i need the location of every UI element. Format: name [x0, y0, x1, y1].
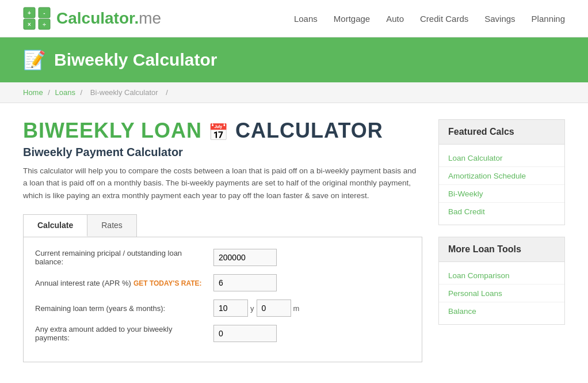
heading-part1: BIWEEKLY LOAN — [23, 119, 202, 142]
subheading: Biweekly Payment Calculator — [23, 146, 422, 159]
form-row-term: Remaining loan term (years & months): y … — [35, 299, 410, 317]
banner: 📝 Biweekly Calculator — [0, 37, 588, 82]
right-sidebar: Featured Calcs Loan Calculator Amortizat… — [438, 119, 565, 362]
breadcrumb-home[interactable]: Home — [23, 88, 43, 97]
link-bad-credit[interactable]: Bad Credit — [448, 207, 485, 216]
svg-text:+: + — [28, 10, 31, 16]
form-area: Current remaining pricipal / outstanding… — [23, 237, 422, 362]
breadcrumb-current: Bi-weekly Calculator — [90, 88, 158, 97]
more-tools-header: More Loan Tools — [439, 237, 564, 262]
nav-savings[interactable]: Savings — [484, 14, 515, 24]
more-tools-list: Loan Comparison Personal Loans Balance — [439, 262, 564, 324]
sidebar-more-tools: More Loan Tools Loan Comparison Personal… — [438, 237, 565, 325]
svg-text:×: × — [28, 21, 31, 28]
link-loan-comparison[interactable]: Loan Comparison — [448, 271, 510, 280]
link-biweekly[interactable]: Bi-Weekly — [448, 189, 483, 198]
list-item: Loan Comparison — [439, 267, 564, 285]
featured-calcs-header: Featured Calcs — [439, 120, 564, 145]
breadcrumb-sep1: / — [48, 88, 50, 97]
breadcrumb-sep2: / — [81, 88, 83, 97]
form-row-balance: Current remaining pricipal / outstanding… — [35, 249, 410, 266]
breadcrumb-loans[interactable]: Loans — [55, 88, 75, 97]
banner-title: Biweekly Calculator — [54, 50, 217, 70]
main-nav: Loans Mortgage Auto Credit Cards Savings… — [294, 14, 565, 24]
description: This calculator will help you to compare… — [23, 165, 422, 202]
term-input-group: y m — [213, 299, 299, 317]
page-heading: BIWEEKLY LOAN 📅 CALCULATOR — [23, 119, 422, 142]
list-item: Personal Loans — [439, 285, 564, 302]
nav-loans[interactable]: Loans — [294, 14, 318, 24]
breadcrumb-sep3: / — [166, 88, 168, 97]
form-row-interest: Annual interest rate (APR %)GET TODAY'S … — [35, 274, 410, 291]
list-item: Amortization Schedule — [439, 167, 564, 185]
main-content: BIWEEKLY LOAN 📅 CALCULATOR Biweekly Paym… — [0, 103, 588, 378]
link-amortization[interactable]: Amortization Schedule — [448, 172, 526, 180]
logo-icon: + - × ÷ — [23, 7, 51, 30]
get-rate-link[interactable]: GET TODAY'S RATE: — [133, 279, 202, 287]
label-interest: Annual interest rate (APR %)GET TODAY'S … — [35, 279, 208, 287]
list-item: Bad Credit — [439, 203, 564, 220]
svg-text:÷: ÷ — [43, 21, 46, 28]
years-unit: y — [250, 304, 254, 313]
label-term: Remaining loan term (years & months): — [35, 304, 208, 313]
months-unit: m — [293, 304, 300, 313]
input-extra[interactable] — [213, 325, 277, 342]
form-row-extra: Any extra amount added to your biweekly … — [35, 325, 410, 342]
link-balance[interactable]: Balance — [448, 307, 476, 316]
tabs: Calculate Rates — [23, 214, 137, 237]
featured-calcs-list: Loan Calculator Amortization Schedule Bi… — [439, 145, 564, 225]
link-personal-loans[interactable]: Personal Loans — [448, 289, 502, 298]
tab-calculate[interactable]: Calculate — [24, 215, 87, 237]
list-item: Balance — [439, 302, 564, 320]
nav-auto[interactable]: Auto — [386, 14, 404, 24]
banner-icon: 📝 — [23, 49, 46, 71]
nav-mortgage[interactable]: Mortgage — [334, 14, 370, 24]
breadcrumb: Home / Loans / Bi-weekly Calculator / — [0, 82, 588, 103]
input-term-months[interactable] — [257, 299, 291, 317]
label-balance: Current remaining pricipal / outstanding… — [35, 249, 208, 266]
tab-rates[interactable]: Rates — [87, 215, 136, 237]
input-balance[interactable] — [213, 249, 277, 266]
nav-credit-cards[interactable]: Credit Cards — [420, 14, 468, 24]
input-term-years[interactable] — [213, 299, 248, 317]
svg-text:-: - — [43, 10, 45, 16]
heading-part2: CALCULATOR — [235, 119, 383, 142]
input-interest[interactable] — [213, 274, 277, 291]
link-loan-calculator[interactable]: Loan Calculator — [448, 154, 503, 162]
list-item: Loan Calculator — [439, 149, 564, 167]
header: + - × ÷ Calculator.me Loans Mortgage Aut… — [0, 0, 588, 37]
list-item: Bi-Weekly — [439, 185, 564, 203]
left-column: BIWEEKLY LOAN 📅 CALCULATOR Biweekly Paym… — [23, 119, 422, 362]
logo[interactable]: + - × ÷ Calculator.me — [23, 7, 161, 30]
label-extra: Any extra amount added to your biweekly … — [35, 325, 208, 342]
logo-text: Calculator.me — [56, 9, 161, 28]
heading-emoji: 📅 — [208, 123, 229, 141]
nav-planning[interactable]: Planning — [532, 14, 565, 24]
sidebar-featured-calcs: Featured Calcs Loan Calculator Amortizat… — [438, 119, 565, 225]
